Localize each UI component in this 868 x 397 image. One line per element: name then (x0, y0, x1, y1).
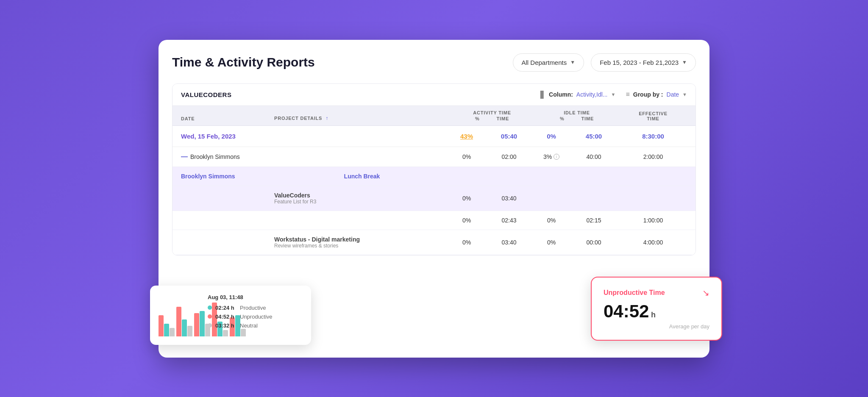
column-label: Column: (549, 91, 573, 98)
table-header: DATE PROJECT DETAILS ↑ ACTIVITY TIME % T… (172, 106, 696, 126)
bar-chart (159, 294, 201, 336)
productive-label: Productive (240, 305, 266, 311)
row1-act-pct: 0% (450, 153, 484, 160)
column-value: Activity,Idl... (576, 91, 608, 98)
group-idle-time: 45:00 (568, 133, 619, 140)
task2-sub: Review wireframes & stories (274, 243, 450, 249)
unprod-time-row: 04:52 h (604, 301, 709, 322)
group-idle-pct: 0% (534, 133, 568, 140)
col-date: DATE (181, 116, 274, 121)
bar-group-2 (176, 307, 192, 336)
column-option[interactable]: ▋ Column: Activity,Idl... ▼ (540, 91, 615, 99)
highlighted-employee: Brooklyn Simmons (181, 173, 274, 180)
col-activity-group: ACTIVITY TIME % TIME (450, 110, 534, 121)
groupby-chevron-icon: ▼ (682, 92, 687, 97)
task2-idle-time: 00:00 (568, 239, 619, 246)
unprod-card: Unproductive Time ↘ 04:52 h Average per … (591, 277, 722, 341)
bar-coral-1 (159, 315, 164, 336)
dept-filter-button[interactable]: All Departments ▼ (513, 53, 584, 72)
task1-act-pct: 0% (450, 195, 484, 202)
bar-teal-2 (182, 319, 187, 336)
table-row-task1: ValueCoders Feature List for R3 0% 03:40 (172, 186, 696, 211)
header-filters: All Departments ▼ Feb 15, 2023 - Feb 21,… (513, 53, 696, 72)
row1-idle-pct: 3% i (534, 153, 568, 160)
table-row-highlighted: Brooklyn Simmons Lunch Break (172, 167, 696, 186)
legend-unproductive: 04:52 h Unproductive (208, 314, 303, 320)
employee-name: — Brooklyn Simmons (181, 153, 274, 161)
row1-effective: 2:00:00 (619, 153, 687, 160)
group-effective-time: 8:30:00 (619, 133, 687, 140)
task2-act-time: 03:40 (484, 239, 534, 246)
unprod-header: Unproductive Time ↘ (604, 288, 709, 298)
row1-idle-time: 40:00 (568, 153, 619, 160)
employee-label: Brooklyn Simmons (190, 153, 240, 160)
date-group-row: Wed, 15 Feb, 2023 43% 05:40 0% 45:00 8:3… (172, 126, 696, 147)
task2-idle-pct: 0% (534, 239, 568, 246)
table-row-generic: 0% 02:43 0% 02:15 1:00:00 (172, 211, 696, 230)
column-chevron-icon: ▼ (611, 92, 616, 97)
row4-effective: 1:00:00 (619, 217, 687, 224)
info-icon: i (554, 154, 559, 160)
table-container: VALUECODERS ▋ Column: Activity,Idl... ▼ … (172, 83, 696, 255)
idle-pct-label: % (560, 116, 565, 121)
unproductive-time: 04:52 h (215, 314, 236, 320)
unproductive-dot (208, 314, 212, 319)
col-idle-group: IDLE TIME % TIME (534, 110, 619, 121)
date-filter-button[interactable]: Feb 15, 2023 - Feb 21,2023 ▼ (591, 53, 696, 72)
table-toolbar: VALUECODERS ▋ Column: Activity,Idl... ▼ … (172, 84, 696, 106)
task1-act-time: 03:40 (484, 195, 534, 202)
row4-idle-pct: 0% (534, 217, 568, 224)
groupby-option[interactable]: ≡ Group by : Date ▼ (626, 91, 687, 98)
bar-coral-2 (176, 307, 181, 336)
activity-time-label: TIME (497, 116, 509, 121)
bar-teal-3 (200, 311, 205, 336)
groupby-value: Date (667, 91, 679, 98)
task1-name: ValueCoders (274, 192, 450, 199)
main-card: Time & Activity Reports All Departments … (159, 40, 709, 358)
dept-filter-label: All Departments (522, 59, 567, 66)
group-date: Wed, 15 Feb, 2023 (181, 133, 274, 140)
company-name: VALUECODERS (181, 91, 231, 98)
legend-productive: 02:24 h Productive (208, 305, 303, 311)
productive-dot (208, 305, 212, 310)
unprod-unit: h (651, 311, 656, 319)
unprod-time: 04:52 (604, 301, 649, 321)
neutral-dot (208, 323, 212, 328)
table-row-task2: Workstatus - Digital marketing Review wi… (172, 230, 696, 255)
row1-act-time: 02:00 (484, 153, 534, 160)
idle-main-label: IDLE TIME (564, 110, 590, 115)
lunch-break-label: Lunch Break (274, 173, 450, 180)
activity-pct-label: % (475, 116, 480, 121)
task2-act-pct: 0% (450, 239, 484, 246)
sort-up-icon[interactable]: ↑ (326, 115, 328, 121)
group-activity-time: 05:40 (484, 133, 534, 140)
table-row: — Brooklyn Simmons 0% 02:00 3% i 40:00 2… (172, 147, 696, 167)
col-project-label: PROJECT DETAILS (274, 116, 322, 121)
bar-gray-2 (187, 326, 192, 336)
unprod-title: Unproductive Time (604, 289, 665, 297)
chart-tooltip: Aug 03, 11:48 02:24 h Productive 04:52 h… (150, 286, 311, 345)
legend-neutral: 03:32 h Neutral (208, 322, 303, 329)
date-filter-label: Feb 15, 2023 - Feb 21,2023 (600, 59, 679, 66)
task2-name: Workstatus - Digital marketing (274, 236, 450, 243)
toolbar-right: ▋ Column: Activity,Idl... ▼ ≡ Group by :… (540, 91, 687, 99)
trend-down-icon: ↘ (702, 288, 709, 298)
neutral-label: Neutral (240, 322, 258, 329)
bar-gray-1 (170, 328, 175, 336)
bar-teal-1 (164, 324, 169, 336)
col-project: PROJECT DETAILS ↑ (274, 115, 450, 121)
neutral-time: 03:32 h (215, 322, 236, 329)
bar-coral-3 (194, 313, 199, 336)
group-activity-pct: 43% (450, 133, 484, 140)
unprod-avg: Average per day (604, 323, 709, 330)
row4-act-time: 02:43 (484, 217, 534, 224)
page-header: Time & Activity Reports All Departments … (172, 53, 696, 72)
groupby-label: Group by : (633, 91, 663, 98)
chart-legend: Aug 03, 11:48 02:24 h Productive 04:52 h… (208, 294, 303, 336)
chart-date: Aug 03, 11:48 (208, 294, 303, 300)
date-chevron-icon: ▼ (682, 59, 687, 65)
col-effective: EFFECTIVETIME (619, 111, 687, 121)
bar-group-1 (159, 315, 175, 336)
task1-sub: Feature List for R3 (274, 199, 450, 205)
page-title: Time & Activity Reports (172, 55, 315, 69)
